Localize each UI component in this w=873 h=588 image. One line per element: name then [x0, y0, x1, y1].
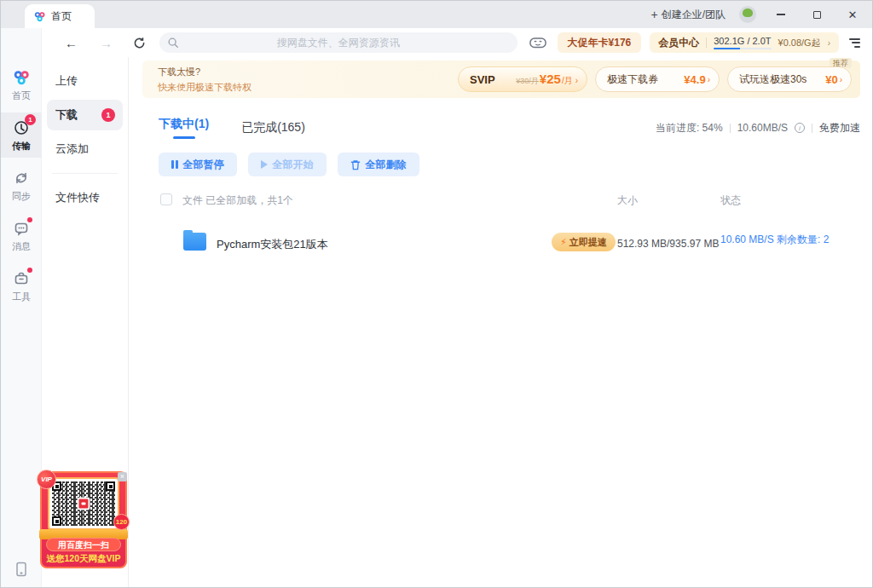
banner-offers: SVIP ¥30/月 ¥25 /月 › 极速下载券 ¥4.9 › 试玩送极速30…	[458, 66, 852, 92]
forward-button[interactable]: →	[100, 36, 113, 50]
info-icon[interactable]: i	[795, 123, 805, 133]
trial-speed-button[interactable]: 试玩送极速30s ¥0 ›	[727, 66, 852, 92]
trial-price: ¥0	[825, 73, 837, 86]
storage-progress-track	[714, 48, 771, 49]
svip-price: ¥25	[540, 72, 561, 86]
tabs-row: 下载中(1) 已完成(165) 当前进度: 54% 10.60MB/S i 免费…	[159, 117, 860, 139]
coupon-price: ¥4.9	[684, 73, 705, 86]
delete-all-button[interactable]: 全部删除	[338, 153, 419, 176]
overall-speed: 10.60MB/S	[737, 122, 788, 134]
column-size: 大小	[617, 193, 638, 208]
pause-icon	[171, 160, 178, 169]
pause-all-button[interactable]: 全部暂停	[159, 153, 237, 176]
sync-icon	[12, 169, 31, 187]
create-team-label: 创建企业/团队	[662, 8, 726, 22]
promo-label: 大促年卡¥176	[568, 36, 632, 50]
download-row[interactable]: Pycharm安装包21版本 ⚡ 立即提速 512.93 MB/935.97 M…	[130, 222, 872, 270]
transfer-badge: 1	[25, 114, 36, 125]
chevron-right-icon: ›	[840, 75, 842, 84]
qr-code	[48, 477, 119, 530]
netdisk-logo-icon	[33, 10, 46, 23]
sidebar-item-label: 首页	[12, 89, 31, 102]
column-file: 文件 已全部加载，共1个	[182, 193, 293, 208]
select-all-checkbox[interactable]	[160, 193, 172, 205]
mascot-icon	[34, 512, 49, 534]
game-center-icon[interactable]	[529, 36, 546, 49]
sidebar-item-messages[interactable]: 消息	[1, 213, 42, 258]
create-team-button[interactable]: + 创建企业/团队	[650, 8, 726, 22]
search-input[interactable]	[159, 32, 517, 53]
svip-label: SVIP	[470, 73, 495, 86]
avatar[interactable]	[739, 6, 756, 23]
member-center-button[interactable]: 会员中心 302.1G / 2.0T ¥0.08/G起 ›	[650, 32, 839, 53]
message-dot-badge	[27, 217, 32, 222]
sidebar-item-label: 消息	[12, 240, 31, 253]
file-name: Pycharm安装包21版本	[217, 237, 328, 252]
banner-subtitle: 快来使用极速下载特权	[158, 81, 251, 94]
chevron-right-icon: ›	[575, 76, 578, 85]
mobile-app-button[interactable]	[1, 562, 42, 577]
chevron-right-icon: ›	[828, 38, 830, 48]
pause-all-label: 全部暂停	[183, 158, 224, 172]
delete-all-label: 全部删除	[366, 158, 407, 172]
titlebar-right: + 创建企业/团队 ✕	[650, 1, 864, 28]
accelerate-now-button[interactable]: ⚡ 立即提速	[552, 233, 616, 251]
sidebar-item-sync[interactable]: 同步	[1, 163, 42, 208]
svip-old-price: ¥30/月	[516, 76, 539, 87]
submenu-item-cloud-add[interactable]: 云添加	[47, 134, 123, 164]
tools-dot-badge	[27, 268, 32, 273]
submenu-label: 云添加	[55, 141, 89, 157]
download-page: 下载太慢? 快来使用极速下载特权 推荐 SVIP ¥30/月 ¥25 /月 › …	[130, 57, 872, 587]
svip-prices: ¥30/月 ¥25 /月 ›	[516, 72, 578, 87]
start-all-button[interactable]: 全部开始	[248, 153, 327, 176]
tab-completed[interactable]: 已完成(165)	[241, 120, 305, 135]
maximize-button[interactable]	[806, 5, 828, 24]
search-bar[interactable]	[159, 32, 517, 53]
netdisk-logo-icon	[12, 68, 31, 87]
storage-usage: 302.1G / 2.0T	[714, 36, 771, 49]
storage-price: ¥0.08/G起	[778, 37, 821, 49]
download-badge: 1	[101, 108, 115, 122]
submenu-item-upload[interactable]: 上传	[47, 66, 123, 96]
file-status: 10.60 MB/S 剩余数量: 2	[720, 231, 845, 247]
list-line	[849, 38, 860, 40]
back-button[interactable]: ←	[65, 36, 78, 50]
overall-progress-label: 当前进度: 54%	[656, 121, 723, 135]
minimize-button[interactable]	[770, 5, 792, 24]
maximize-icon	[813, 11, 821, 19]
accelerate-label: 立即提速	[569, 236, 607, 249]
tab-downloading[interactable]: 下载中(1)	[159, 117, 209, 139]
qr-promo-ad[interactable]: × VIP 120 用百度扫一扫 送您120天网盘VIP	[40, 471, 127, 568]
file-size: 512.93 MB/935.97 MB	[617, 238, 719, 250]
tab-label: 首页	[51, 9, 72, 24]
speed-coupon-button[interactable]: 极速下载券 ¥4.9 ›	[595, 66, 720, 92]
trial-label: 试玩送极速30s	[739, 72, 807, 87]
svip-offer-button[interactable]: SVIP ¥30/月 ¥25 /月 ›	[458, 66, 587, 92]
sidebar-item-tools[interactable]: 工具	[1, 263, 42, 308]
download-speed-text: 10.60 MB/S 剩余数量: 2	[720, 233, 829, 245]
chevron-right-icon: ›	[708, 75, 710, 84]
refresh-button[interactable]	[133, 37, 146, 49]
home-tab[interactable]: 首页	[25, 4, 95, 28]
lightning-icon: ⚡	[560, 237, 567, 248]
table-header: 文件 已全部加载，共1个 大小 状态	[130, 192, 872, 209]
minimize-icon	[777, 14, 785, 15]
sidebar-item-transfer[interactable]: 传输 1	[1, 112, 42, 158]
free-accelerate-link[interactable]: 免费加速	[819, 121, 860, 135]
sidebar-item-home[interactable]: 首页	[1, 62, 42, 107]
banner-title: 下载太慢?	[158, 66, 251, 78]
task-list-icon[interactable]	[849, 38, 860, 48]
speed-promo-banner: 下载太慢? 快来使用极速下载特权 推荐 SVIP ¥30/月 ¥25 /月 › …	[142, 61, 860, 98]
storage-progress-fill	[714, 48, 739, 49]
folder-icon	[183, 233, 206, 251]
ad-close-button[interactable]: ×	[118, 472, 127, 481]
submenu-item-download[interactable]: 下载 1	[47, 100, 123, 130]
list-line	[852, 42, 860, 43]
tab-label: 下载中(1)	[159, 117, 209, 132]
sidebar-item-label: 传输	[12, 140, 31, 153]
close-button[interactable]: ✕	[841, 5, 864, 24]
submenu-item-quick-transfer[interactable]: 文件快传	[47, 182, 123, 213]
annual-card-promo-button[interactable]: 大促年卡¥176	[558, 32, 642, 53]
days-badge: 120	[113, 514, 130, 530]
submenu-label: 文件快传	[55, 190, 100, 205]
